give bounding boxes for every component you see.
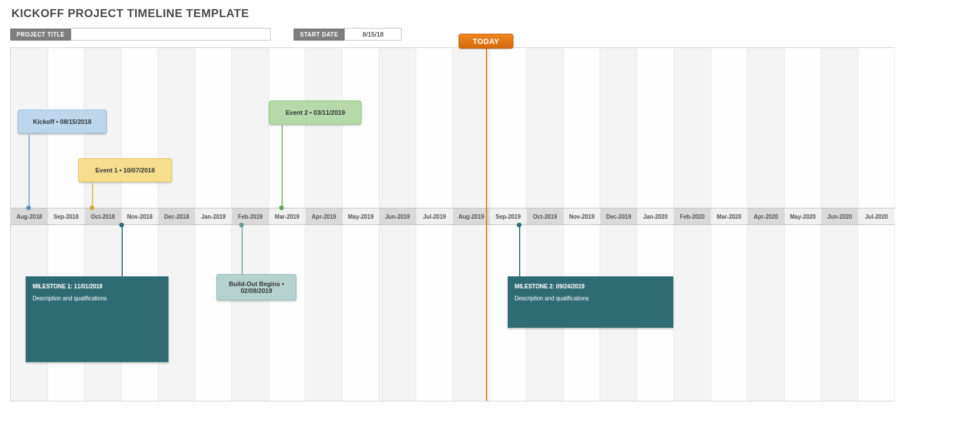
month-label: Feb-2019 <box>232 208 269 225</box>
event-kickoff-dot <box>26 206 31 210</box>
event-1-dot <box>90 206 94 210</box>
month-label: Apr-2020 <box>748 208 785 225</box>
milestone-1-desc: Description and qualifications <box>33 295 162 302</box>
month-label: Jul-2019 <box>416 208 453 225</box>
buildout-dot <box>239 223 244 227</box>
month-label: Oct-2019 <box>527 208 564 225</box>
milestone-1-card[interactable]: MILESTONE 1: 11/01/2018 Description and … <box>26 276 168 362</box>
today-line <box>486 48 487 401</box>
month-label: Nov-2019 <box>564 208 601 225</box>
event-1-card[interactable]: Event 1 • 10/07/2018 <box>78 158 172 182</box>
milestone-1-stem <box>122 225 123 276</box>
month-label: Feb-2020 <box>674 208 711 225</box>
start-date-label: START DATE <box>294 29 344 41</box>
page-title: KICKOFF PROJECT TIMELINE TEMPLATE <box>11 7 970 20</box>
event-kickoff-stem <box>29 135 30 208</box>
milestone-2-stem <box>519 225 520 276</box>
month-label: May-2019 <box>343 208 380 225</box>
month-label: Jun-2020 <box>821 208 858 225</box>
month-label: Jan-2019 <box>195 208 232 225</box>
month-label: Dec-2019 <box>600 208 637 225</box>
milestone-1-dot <box>119 223 124 227</box>
event-kickoff-card[interactable]: Kickoff • 08/15/2018 <box>18 110 107 134</box>
project-title-label: PROJECT TITLE <box>10 29 71 41</box>
month-label: Mar-2020 <box>711 208 748 225</box>
month-label: Nov-2018 <box>122 208 159 225</box>
milestone-2-title: MILESTONE 2: 09/24/2019 <box>515 283 666 290</box>
milestone-2-desc: Description and qualifications <box>515 295 666 302</box>
event-2-stem <box>282 125 283 208</box>
today-badge: TODAY <box>459 34 513 49</box>
month-label: Sep-2019 <box>490 208 527 225</box>
buildout-card[interactable]: Build-Out Begins • 02/08/2019 <box>216 274 296 300</box>
month-label: Jan-2020 <box>637 208 674 225</box>
start-date-input[interactable] <box>344 28 401 41</box>
event-1-stem <box>92 183 93 208</box>
event-2-card[interactable]: Event 2 • 03/11/2019 <box>269 101 362 124</box>
buildout-stem <box>242 225 243 274</box>
timeline: Aug-2018Sep-2018Oct-2018Nov-2018Dec-2018… <box>10 47 894 401</box>
month-label: Oct-2018 <box>85 208 122 225</box>
month-label: Aug-2019 <box>453 208 490 225</box>
month-label: Aug-2018 <box>11 208 48 225</box>
month-label: Mar-2019 <box>269 208 306 225</box>
month-label: Jun-2019 <box>379 208 416 225</box>
project-title-input[interactable] <box>71 28 271 41</box>
milestone-1-title: MILESTONE 1: 11/01/2018 <box>33 283 162 290</box>
milestone-2-card[interactable]: MILESTONE 2: 09/24/2019 Description and … <box>508 276 673 328</box>
month-label: Dec-2018 <box>158 208 195 225</box>
month-label: May-2020 <box>785 208 822 225</box>
month-label: Sep-2018 <box>48 208 85 225</box>
milestone-2-dot <box>517 223 521 227</box>
month-label: Apr-2019 <box>306 208 343 225</box>
event-2-dot <box>279 206 284 210</box>
month-label: Jul-2020 <box>858 208 895 225</box>
